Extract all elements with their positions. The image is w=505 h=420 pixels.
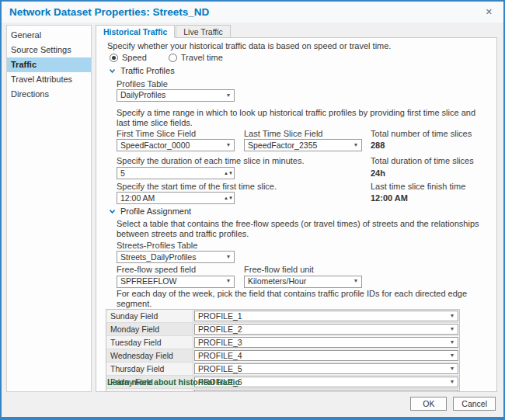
duration-input[interactable] [117,168,223,179]
free-flow-speed-dropdown[interactable]: SPFREEFLOW ▼ [117,276,235,288]
start-time-spinner[interactable]: ▲▼ [117,192,235,204]
ok-button[interactable]: OK [410,397,447,411]
start-time-input[interactable] [117,193,223,203]
dropdown-arrow-icon: ▼ [447,366,458,372]
dropdown-arrow-icon: ▼ [223,92,234,99]
traffic-basis-radio-group: Speed Travel time [110,53,487,63]
sunday-field-value: PROFILE_1 [198,311,447,321]
dialog-footer: OK Cancel [2,394,503,417]
radio-selected-icon [110,54,118,62]
thursday-field-value: PROFILE_5 [198,364,447,374]
free-flow-row: Free-flow speed field SPFREEFLOW ▼ Free-… [117,265,487,287]
first-time-slice-value: SpeedFactor_0000 [120,141,223,151]
network-dataset-properties-dialog: Network Dataset Properties: Streets_ND ✕… [0,0,505,420]
streets-profiles-table-value: Streets_DailyProfiles [120,252,223,262]
cancel-button[interactable]: Cancel [453,397,496,411]
total-slices-label: Total number of time slices [371,129,487,139]
monday-field-dropdown[interactable]: PROFILE_2 ▼ [194,324,458,335]
table-row: Saturday Field PROFILE_7 ▼ [106,389,459,392]
duration-text: Specify the duration of each time slice … [117,156,371,166]
main-area: Historical Traffic Live Traffic Specify … [96,25,497,392]
wednesday-field-label: Wednesday Field [106,349,193,362]
free-flow-unit-value: Kilometers/Hour [248,276,350,286]
radio-travel-time-label: Travel time [181,53,223,63]
dropdown-arrow-icon: ▼ [447,326,458,332]
dropdown-arrow-icon: ▼ [447,339,458,345]
last-time-slice-value: SpeedFactor_2355 [248,141,350,151]
spinner-arrows-icon[interactable]: ▲▼ [223,193,234,203]
saturday-field-dropdown[interactable]: PROFILE_7 ▼ [194,390,458,392]
total-slices-value: 288 [371,141,487,151]
first-time-slice-dropdown[interactable]: SpeedFactor_0000 ▼ [117,139,235,151]
intro-text: Specify whether your historical traffic … [107,41,487,51]
monday-field-label: Monday Field [106,323,193,335]
thursday-field-label: Thursday Field [106,363,193,375]
dropdown-arrow-icon: ▼ [447,313,458,319]
dropdown-arrow-icon: ▼ [223,278,234,284]
chevron-down-icon [109,208,116,215]
free-flow-speed-label: Free-flow speed field [117,265,244,275]
historical-traffic-panel: Specify whether your historical traffic … [96,37,497,392]
dropdown-arrow-icon: ▼ [223,142,234,148]
profile-assignment-expander[interactable]: Profile Assignment [109,207,487,217]
free-flow-unit-dropdown[interactable]: Kilometers/Hour ▼ [244,276,362,288]
chevron-down-icon [109,68,116,75]
saturday-field-label: Saturday Field [106,389,193,392]
traffic-profiles-expander[interactable]: Traffic Profiles [109,66,487,76]
streets-profiles-table-dropdown[interactable]: Streets_DailyProfiles ▼ [117,251,235,263]
first-time-slice-label: First Time Slice Field [117,129,244,139]
duration-row: Specify the duration of each time slice … [117,156,487,179]
tab-live-traffic[interactable]: Live Traffic [176,25,231,38]
thursday-field-dropdown[interactable]: PROFILE_5 ▼ [194,363,458,374]
streets-profiles-table-label: Streets-Profiles Table [117,241,487,251]
sidebar-item-directions[interactable]: Directions [7,87,91,102]
tab-historical-traffic[interactable]: Historical Traffic [96,25,175,38]
profile-assignment-intro: Select a table that contains the free-fl… [117,219,487,239]
start-time-row: Specify the start time of the first time… [117,182,487,204]
table-row: Wednesday Field PROFILE_4 ▼ [106,349,459,363]
sidebar-item-general[interactable]: General [7,28,91,43]
profiles-table-label: Profiles Table [117,79,487,89]
learn-more-link[interactable]: Learn more about historical traffic [107,377,239,387]
total-duration-label: Total duration of time slices [371,156,487,166]
dropdown-arrow-icon: ▼ [350,278,361,284]
finish-time-value: 12:00 AM [371,193,487,203]
table-row: Tuesday Field PROFILE_3 ▼ [106,336,459,349]
start-time-text: Specify the start time of the first time… [117,182,371,192]
dropdown-arrow-icon: ▼ [223,254,234,260]
total-duration-value: 24h [371,168,487,179]
monday-field-value: PROFILE_2 [198,325,447,335]
sunday-field-dropdown[interactable]: PROFILE_1 ▼ [194,311,458,321]
wednesday-field-dropdown[interactable]: PROFILE_4 ▼ [194,350,458,361]
time-range-text: Specify a time range in which to look up… [117,108,487,128]
spinner-arrows-icon[interactable]: ▲▼ [223,168,234,179]
profiles-table-value: DailyProfiles [120,90,223,100]
last-time-slice-label: Last Time Slice Field [244,129,371,139]
sidebar-item-traffic[interactable]: Traffic [7,57,91,72]
free-flow-speed-value: SPFREEFLOW [120,276,223,286]
sidebar-item-source-settings[interactable]: Source Settings [7,43,91,57]
last-time-slice-dropdown[interactable]: SpeedFactor_2355 ▼ [244,139,362,151]
profiles-table-dropdown[interactable]: DailyProfiles ▼ [117,89,235,102]
finish-time-label: Last time slice finish time [371,182,487,192]
traffic-profiles-header: Traffic Profiles [120,66,175,76]
sidebar: General Source Settings Traffic Travel A… [6,25,92,392]
dialog-title: Network Dataset Properties: Streets_ND [9,6,209,18]
dropdown-arrow-icon: ▼ [447,352,458,359]
traffic-profiles-section: Profiles Table DailyProfiles ▼ Specify a… [117,79,487,204]
radio-travel-time[interactable]: Travel time [169,53,223,63]
dropdown-arrow-icon: ▼ [447,379,458,385]
tab-strip: Historical Traffic Live Traffic [96,25,497,38]
table-row: Sunday Field PROFILE_1 ▼ [106,310,459,323]
profile-assignment-section: Select a table that contains the free-fl… [117,219,487,392]
close-icon[interactable]: ✕ [482,5,496,19]
profile-assignment-header: Profile Assignment [120,207,191,217]
dialog-body: General Source Settings Traffic Travel A… [2,23,503,394]
tuesday-field-label: Tuesday Field [106,336,193,349]
duration-spinner[interactable]: ▲▼ [117,167,235,179]
radio-speed[interactable]: Speed [110,53,147,63]
free-flow-unit-label: Free-flow field unit [244,265,371,275]
sidebar-item-travel-attributes[interactable]: Travel Attributes [7,72,91,87]
tuesday-field-dropdown[interactable]: PROFILE_3 ▼ [194,337,458,348]
title-bar: Network Dataset Properties: Streets_ND ✕ [2,2,503,23]
